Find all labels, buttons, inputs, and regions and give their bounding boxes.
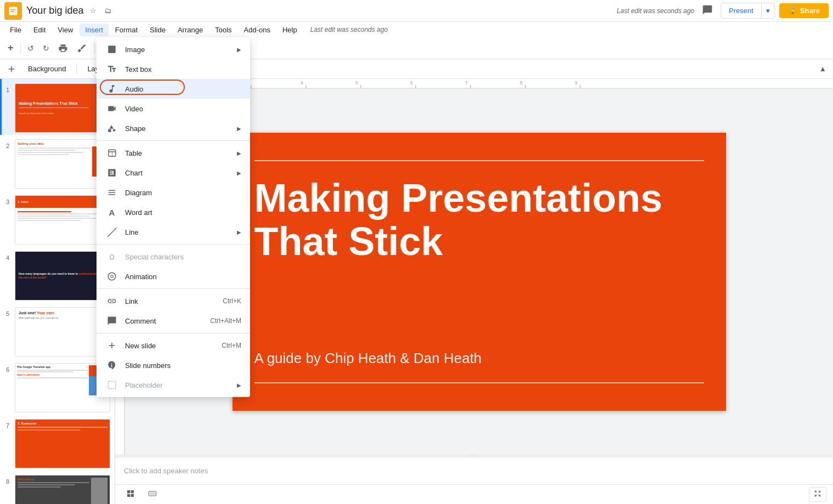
menu-item-line[interactable]: Line ▶ xyxy=(97,222,250,242)
svg-rect-2 xyxy=(10,11,14,12)
menu-label-chart: Chart xyxy=(125,169,233,177)
menu-label-special-characters: Special characters xyxy=(125,253,241,261)
slide-canvas[interactable]: Making Presentations That Stick A guide … xyxy=(233,133,726,411)
menu-arrange[interactable]: Arrange xyxy=(172,24,208,36)
menu-edit[interactable]: Edit xyxy=(28,24,51,36)
background-button[interactable]: Background xyxy=(21,62,73,76)
menu-label-shape: Shape xyxy=(125,124,233,133)
menu-bar: File Edit View Insert Format Slide Arran… xyxy=(0,22,833,37)
menu-item-comment[interactable]: Comment Ctrl+Alt+M xyxy=(97,311,250,331)
svg-text:7: 7 xyxy=(465,80,468,86)
svg-text:5: 5 xyxy=(355,80,358,86)
menu-divider-3 xyxy=(97,288,250,289)
menu-label-comment: Comment xyxy=(125,317,210,325)
menu-item-link[interactable]: Link Ctrl+K xyxy=(97,291,250,311)
chart-submenu-arrow: ▶ xyxy=(237,170,241,176)
comment-icon xyxy=(105,314,118,327)
doc-title[interactable]: Your big idea xyxy=(26,5,83,16)
menu-label-link: Link xyxy=(125,297,223,305)
menu-item-shape[interactable]: Shape ▶ xyxy=(97,118,250,138)
bg-sep-1 xyxy=(76,64,77,74)
redo-button[interactable]: ↻ xyxy=(39,42,53,55)
svg-text:6: 6 xyxy=(410,80,413,86)
menu-item-slide-numbers[interactable]: Slide numbers xyxy=(97,355,250,375)
filmstrip-view-button[interactable] xyxy=(144,487,161,502)
slide-preview-5: Just one! Your own. (With a little help … xyxy=(15,307,110,356)
slide-preview-4: How many languages do you need to know t… xyxy=(15,251,110,301)
menu-format[interactable]: Format xyxy=(110,24,143,36)
title-bar: Your big idea ☆ 🗂 Last edit was seconds … xyxy=(0,0,833,22)
svg-text:9: 9 xyxy=(575,80,577,86)
slide-thumbnail-8[interactable]: 8 Meet Alberto. xyxy=(0,471,115,504)
menu-item-diagram[interactable]: Diagram xyxy=(97,183,250,202)
svg-rect-25 xyxy=(108,129,111,132)
chart-icon xyxy=(105,166,118,179)
share-lock-icon: 🔒 xyxy=(788,7,797,15)
title-right: Last edit was seconds ago Present ▾ 🔒 Sh… xyxy=(610,1,829,20)
last-edit-label: Last edit was seconds ago xyxy=(617,7,694,15)
menu-help[interactable]: Help xyxy=(277,24,303,36)
shape-icon xyxy=(105,122,118,135)
menu-item-textbox[interactable]: Text box xyxy=(97,59,250,79)
video-icon xyxy=(105,102,118,115)
bottom-bar xyxy=(115,484,833,504)
menu-file[interactable]: File xyxy=(4,24,27,36)
menu-item-image[interactable]: Image ▶ xyxy=(97,39,250,59)
svg-text:4: 4 xyxy=(301,80,303,86)
speaker-notes-placeholder: Click to add speaker notes xyxy=(124,467,208,475)
menu-tools[interactable]: Tools xyxy=(209,24,237,36)
menu-insert[interactable]: Insert xyxy=(80,24,109,36)
menu-item-special-characters: Ω Special characters xyxy=(97,247,250,267)
svg-rect-1 xyxy=(10,9,16,10)
menu-label-image: Image xyxy=(125,46,233,54)
folder-button[interactable]: 🗂 xyxy=(102,4,114,17)
slide-thumbnail-7[interactable]: 7 2. Examples xyxy=(0,415,115,471)
share-button[interactable]: 🔒 Share xyxy=(779,3,829,18)
slide-numbers-icon xyxy=(105,359,118,372)
menu-item-video[interactable]: Video xyxy=(97,99,250,118)
menu-label-textbox: Text box xyxy=(125,65,241,73)
expand-button[interactable] xyxy=(809,487,826,502)
menu-label-audio: Audio xyxy=(125,85,241,93)
slide-preview-8: Meet Alberto. xyxy=(15,475,110,504)
menu-item-chart[interactable]: Chart ▶ xyxy=(97,163,250,183)
speaker-notes[interactable]: Click to add speaker notes xyxy=(115,457,833,484)
undo-button[interactable]: ↺ xyxy=(24,42,37,55)
image-icon xyxy=(105,43,118,56)
image-submenu-arrow: ▶ xyxy=(237,47,241,53)
slide-preview-1: Making Presentations That Stick A guide … xyxy=(15,83,110,133)
new-slide-icon xyxy=(105,339,118,352)
new-slide-shortcut: Ctrl+M xyxy=(222,342,241,349)
audio-icon xyxy=(105,82,118,95)
slide-preview-2: Selling your idea xyxy=(15,139,110,189)
menu-view[interactable]: View xyxy=(52,24,78,36)
menu-slide[interactable]: Slide xyxy=(144,24,171,36)
menu-item-table[interactable]: Table ▶ xyxy=(97,143,250,163)
comment-icon-button[interactable] xyxy=(699,1,716,20)
add-element-button[interactable] xyxy=(7,64,16,74)
svg-text:8: 8 xyxy=(520,80,523,86)
table-icon xyxy=(105,146,118,160)
slide-preview-6: The Google Translate app NINETY LANGUAGE… xyxy=(15,363,110,412)
menu-label-animation: Animation xyxy=(125,273,241,281)
menu-label-placeholder: Placeholder xyxy=(125,381,233,389)
menu-item-animation[interactable]: Animation xyxy=(97,267,250,286)
menu-addons[interactable]: Add-ons xyxy=(239,24,276,36)
paint-format-button[interactable] xyxy=(73,41,90,55)
menu-item-new-slide[interactable]: New slide Ctrl+M xyxy=(97,336,250,355)
add-slide-button[interactable]: + xyxy=(4,40,17,56)
menu-label-slide-numbers: Slide numbers xyxy=(125,361,241,370)
menu-item-audio[interactable]: Audio xyxy=(97,79,250,99)
present-button[interactable]: Present xyxy=(721,3,761,18)
title-icons: ☆ 🗂 xyxy=(88,4,114,17)
star-button[interactable]: ☆ xyxy=(88,4,99,17)
last-edit-text: Last edit was seconds ago xyxy=(310,26,388,33)
print-button[interactable] xyxy=(55,41,71,55)
collapse-button[interactable]: ▲ xyxy=(819,65,826,73)
menu-divider-2 xyxy=(97,244,250,245)
present-dropdown-button[interactable]: ▾ xyxy=(761,3,774,18)
grid-view-button[interactable] xyxy=(122,487,139,502)
animation-icon xyxy=(105,270,118,283)
menu-item-wordart[interactable]: A Word art xyxy=(97,202,250,222)
svg-rect-27 xyxy=(108,381,116,389)
